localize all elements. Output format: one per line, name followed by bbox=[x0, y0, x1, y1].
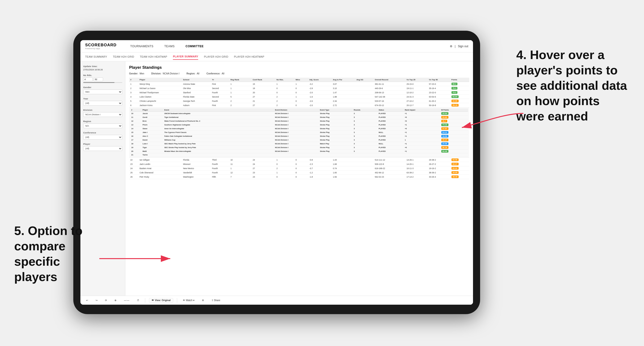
nav-committee[interactable]: COMMITTEE bbox=[184, 44, 206, 49]
sidebar-update-time: Update time: 27/01/2024 16:56:26 bbox=[83, 65, 122, 71]
expanded-row: 13 Phich Southern Highlands Collegiate N… bbox=[130, 123, 468, 127]
tablet-frame: SCOREBOARD Powered by clippi TOURNAMENTS… bbox=[73, 31, 480, 314]
standings-table: # Player School Yr Reg Rank Conf Rank No… bbox=[129, 78, 469, 179]
table-row: 5 Christo Lamprecht Georgia Tech Fourth … bbox=[129, 99, 469, 103]
sidebar-no-rds: No Rds. bbox=[83, 74, 122, 83]
gender-select[interactable]: Men Women bbox=[83, 90, 122, 94]
filter-conference: Conference: All bbox=[206, 72, 224, 75]
share-btn[interactable]: ⇧ Share bbox=[210, 298, 222, 303]
no-rds-to[interactable] bbox=[94, 77, 103, 81]
bottom-toolbar: ↩ ↪ ⟳ ⊕ —·— ⏱ 👁 View: Original 👁 Watch ▾… bbox=[80, 296, 473, 305]
col-no-rds: No Rds. bbox=[275, 78, 294, 82]
sidebar-conference: Conference (All) bbox=[83, 132, 122, 140]
section-title: Player Standings bbox=[129, 65, 469, 70]
col-conf-rank: Conf Rank bbox=[252, 78, 275, 82]
view-original-btn[interactable]: 👁 View: Original bbox=[149, 298, 173, 303]
reset-btn[interactable]: ⟳ bbox=[103, 298, 109, 303]
logo-title: SCOREBOARD bbox=[85, 43, 116, 47]
col-yr: Yr bbox=[211, 78, 229, 82]
col-vs-top50: Vs Top 50 bbox=[428, 78, 450, 82]
sidebar-region: Region N/A bbox=[83, 120, 122, 128]
sign-out-link[interactable]: Sign out bbox=[458, 45, 468, 48]
expanded-row: 12 Bren Wake Forest Invitational at Pine… bbox=[130, 119, 468, 123]
logo-area: SCOREBOARD Powered by clippi bbox=[85, 43, 116, 50]
no-rds-slider[interactable] bbox=[83, 82, 122, 83]
nav-right: ⚙ | Sign out bbox=[450, 45, 468, 48]
subnav-team-h2h-heatmap[interactable]: TEAM H2H HEATMAP bbox=[140, 54, 167, 59]
year-select[interactable]: (All) bbox=[83, 101, 122, 106]
col-reg-rank: Reg Rank bbox=[229, 78, 252, 82]
undo-btn[interactable]: ↩ bbox=[84, 298, 90, 303]
toolbar-sep bbox=[145, 298, 145, 303]
col-overall: Overall Record bbox=[374, 78, 405, 82]
col-school: School bbox=[182, 78, 211, 82]
sidebar-player: Player (All) bbox=[83, 143, 122, 151]
top-nav: SCOREBOARD Powered by clippi TOURNAMENTS… bbox=[80, 40, 473, 52]
sidebar-gender: Gender Men Women bbox=[83, 86, 122, 94]
col-num: # bbox=[129, 78, 138, 82]
table-row: 23 Jack Lundin Missouri Fourth 11 24 0 0… bbox=[129, 162, 469, 166]
subnav-team-h2h-grid[interactable]: TEAM H2H GRID bbox=[113, 54, 134, 59]
table-row: 26 Petr Hruby Washington Fifth 7 23 0 0 … bbox=[129, 175, 469, 179]
download-btn[interactable]: ⬇ bbox=[200, 298, 206, 303]
expanded-row: 15 Jake I The Cypress Point Classic NCAA… bbox=[130, 131, 468, 134]
arrow-top-right bbox=[457, 109, 528, 132]
view-original-label: View: Original bbox=[155, 299, 171, 302]
no-rds-inputs bbox=[83, 77, 122, 81]
annotation-top-right: 4. Hover over a player's points to see a… bbox=[516, 47, 630, 124]
table-row: 3 Michael Thorbjornsen Stanford Fourth 1… bbox=[129, 90, 469, 95]
sidebar-division: Division NCAA Division I bbox=[83, 109, 122, 117]
logo-sub: Powered by clippi bbox=[85, 47, 116, 50]
subnav-player-h2h-heatmap[interactable]: PLAYER H2H HEATMAP bbox=[234, 54, 264, 59]
player-select[interactable]: (All) bbox=[83, 146, 122, 151]
col-avg-sg: Avg SG bbox=[355, 78, 374, 82]
subnav-team-summary[interactable]: TEAM SUMMARY bbox=[85, 54, 107, 59]
separator: | bbox=[455, 45, 456, 48]
annotation-bottom-left: 5. Option to compare specific players bbox=[14, 223, 104, 285]
expanded-row: 17 David Williams Cup NCAA Division I St… bbox=[130, 138, 468, 142]
table-row: 22 Ian Gilligan Florida Third 10 24 1 0 … bbox=[129, 158, 469, 162]
sub-nav: TEAM SUMMARY TEAM H2H GRID TEAM H2H HEAT… bbox=[80, 52, 473, 61]
col-avg-par: Avg to Par bbox=[332, 78, 355, 82]
dash-btn[interactable]: —·— bbox=[122, 298, 131, 303]
col-adj-score: Adj. Score bbox=[308, 78, 332, 82]
copy-btn[interactable]: ⊕ bbox=[112, 298, 118, 303]
col-player: Player bbox=[138, 78, 182, 82]
clock-btn[interactable]: ⏱ bbox=[135, 298, 141, 303]
col-points: Points bbox=[450, 78, 469, 82]
expanded-row: 18 Luke I SEC Match Play hosted by Jerry… bbox=[130, 142, 468, 146]
toolbar-sep2 bbox=[177, 298, 177, 303]
table-header-row: # Player School Yr Reg Rank Conf Rank No… bbox=[129, 78, 469, 82]
outer-wrapper: SCOREBOARD Powered by clippi TOURNAMENTS… bbox=[0, 0, 644, 346]
region-select[interactable]: N/A bbox=[83, 124, 122, 128]
expanded-row: 21 Tacho bbox=[130, 153, 468, 157]
arrow-bottom-left bbox=[94, 249, 175, 268]
table-row: 6 Jackson Koivu Auburn First 2 27 2 0 -2… bbox=[129, 103, 469, 107]
table-row: 1 Wenyi Ding Arizona State First 1 15 1 … bbox=[129, 82, 469, 86]
division-select[interactable]: NCAA Division I bbox=[83, 112, 122, 117]
redo-btn[interactable]: ↪ bbox=[94, 298, 99, 303]
nav-teams[interactable]: TEAMS bbox=[162, 44, 177, 49]
table-row: 24 Bastien Amat New Mexico Fourth 1 27 2… bbox=[129, 166, 469, 171]
filter-region: Region: All bbox=[186, 72, 199, 75]
filter-row: Gender: Men Division: NCAA Division I Re… bbox=[129, 72, 469, 75]
conference-select[interactable]: (All) bbox=[83, 135, 122, 140]
eye-icon: 👁 bbox=[152, 299, 154, 302]
expanded-row: 16 Alex C Fallen Oak Collegiate Invitati… bbox=[130, 134, 468, 138]
settings-icon[interactable]: ⚙ bbox=[450, 45, 452, 48]
expanded-row: 20 Mattl Mirabel Maui Jim Intercollegiat… bbox=[130, 150, 468, 153]
filter-division: Division: NCAA Division I bbox=[151, 72, 180, 75]
table-row: 25 Cole Sherwood Vanderbilt Fourth 12 23… bbox=[129, 171, 469, 175]
subnav-player-summary[interactable]: PLAYER SUMMARY bbox=[173, 54, 198, 60]
nav-tournaments[interactable]: TOURNAMENTS bbox=[128, 44, 156, 49]
filter-gender: Gender: Men bbox=[129, 72, 144, 75]
watch-btn[interactable]: 👁 Watch ▾ bbox=[181, 298, 196, 303]
expanded-row: 19 Tiger SEC Stroke Play hosted by Jerry… bbox=[130, 146, 468, 150]
col-vs-top25: Vs Top 25 bbox=[405, 78, 428, 82]
no-rds-from[interactable] bbox=[83, 77, 93, 81]
expanded-row: 11 Gordi Tiger Invitational NCAA Divisio… bbox=[130, 116, 468, 119]
expanded-row: 14 Stane Amer An Intercollegiate NCAA Di… bbox=[130, 127, 468, 131]
subnav-player-h2h-grid[interactable]: PLAYER H2H GRID bbox=[204, 54, 228, 59]
expanded-header-row: # Player Event Event Division Event Type… bbox=[129, 107, 469, 158]
sidebar-year: Year (All) bbox=[83, 98, 122, 106]
